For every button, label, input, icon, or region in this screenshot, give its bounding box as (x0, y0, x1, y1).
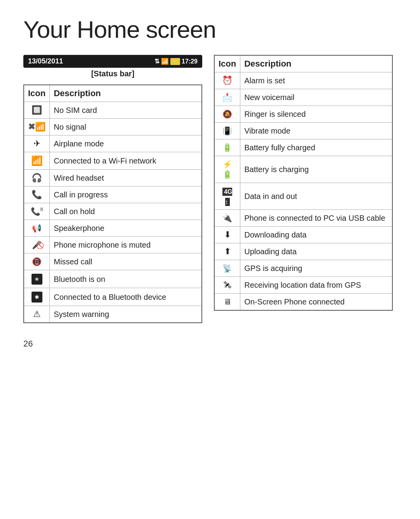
left-desc-cell: Speakerphone (50, 220, 202, 237)
signal-icon: ⇅ (154, 58, 159, 65)
left-icon-cell: 📶 (24, 152, 50, 170)
right-desc-cell: Uploading data (240, 243, 392, 260)
status-bar-label: [Status bar] (23, 69, 202, 78)
left-desc-cell: Call on hold (50, 203, 202, 220)
right-icon-cell: 4G↕ (214, 183, 240, 210)
left-column: 13/05/2011 ⇅ 📶 ⚡ 17:29 [Status bar] Icon… (23, 55, 202, 323)
right-desc-cell: Alarm is set (240, 72, 392, 89)
right-column: Icon Description ⏰ Alarm is set 📩 New vo… (214, 55, 393, 311)
right-desc-cell: Vibrate mode (240, 123, 392, 139)
left-table-row: 📞 Call in progress (24, 186, 202, 203)
left-table-row: 🎤⃠ Phone microphone is muted (24, 237, 202, 253)
right-desc-cell: Battery fully charged (240, 139, 392, 156)
right-desc-cell: Ringer is silenced (240, 106, 392, 123)
page-title: Your Home screen (23, 16, 397, 43)
right-icon-cell: ⬇ (214, 227, 240, 243)
right-desc-cell: GPS is acquiring (240, 260, 392, 277)
left-icon-cell: 🎤⃠ (24, 237, 50, 253)
right-desc-header: Description (240, 55, 392, 72)
left-desc-cell: No signal (50, 119, 202, 135)
left-table-row: ∗ Bluetooth is on (24, 270, 202, 288)
right-table-row: ⬇ Downloading data (214, 227, 392, 243)
right-icon-cell: 📳 (214, 123, 240, 139)
left-table: Icon Description 🔲 No SIM card ✖📶 No sig… (23, 84, 202, 323)
page-number: 26 (23, 339, 397, 349)
left-desc-cell: Missed call (50, 253, 202, 270)
left-icon-cell: 🔲 (24, 102, 50, 119)
right-desc-cell: Data in and out (240, 183, 392, 210)
status-bar-mockup: 13/05/2011 ⇅ 📶 ⚡ 17:29 (23, 55, 202, 68)
right-icon-cell: 📩 (214, 89, 240, 106)
right-table-row: 🔋 Battery fully charged (214, 139, 392, 156)
status-time: 17:29 (182, 58, 198, 65)
right-table-header: Icon Description (214, 55, 392, 72)
bars-icon: 📶 (161, 58, 169, 65)
left-table-row: 🔲 No SIM card (24, 102, 202, 119)
left-icon-cell: ∗ (24, 270, 50, 288)
left-icon-cell: ✱ (24, 288, 50, 306)
status-bar-right: ⇅ 📶 ⚡ 17:29 (154, 58, 198, 65)
right-icon-cell: 🔌 (214, 210, 240, 227)
left-icon-cell: ✈ (24, 135, 50, 152)
left-desc-cell: No SIM card (50, 102, 202, 119)
left-table-row: ✈ Airplane mode (24, 135, 202, 152)
right-table-row: 🛰 Receiving location data from GPS (214, 277, 392, 294)
right-icon-cell: ⚡🔋 (214, 156, 240, 183)
right-table-row: 🖥 On-Screen Phone connected (214, 294, 392, 311)
left-icon-cell: 📵 (24, 253, 50, 270)
right-table-row: 🔕 Ringer is silenced (214, 106, 392, 123)
right-table: Icon Description ⏰ Alarm is set 📩 New vo… (214, 55, 393, 311)
right-table-row: ⏰ Alarm is set (214, 72, 392, 89)
left-table-row: 📵 Missed call (24, 253, 202, 270)
left-desc-header: Description (50, 85, 202, 102)
left-desc-cell: Phone microphone is muted (50, 237, 202, 253)
left-table-row: 📢 Speakerphone (24, 220, 202, 237)
left-desc-cell: System warning (50, 306, 202, 323)
left-icon-cell: 🎧 (24, 170, 50, 186)
left-icon-cell: ⚠ (24, 306, 50, 323)
left-desc-cell: Connected to a Bluetooth device (50, 288, 202, 306)
left-icon-header: Icon (24, 85, 50, 102)
right-icon-cell: 🔋 (214, 139, 240, 156)
right-icon-header: Icon (214, 55, 240, 72)
right-icon-cell: ⏰ (214, 72, 240, 89)
right-table-row: 📡 GPS is acquiring (214, 260, 392, 277)
battery-icon: ⚡ (170, 58, 180, 65)
right-table-row: 📳 Vibrate mode (214, 123, 392, 139)
right-table-row: 🔌 Phone is connected to PC via USB cable (214, 210, 392, 227)
left-table-row: ✖📶 No signal (24, 119, 202, 135)
right-table-row: 📩 New voicemail (214, 89, 392, 106)
left-table-row: 🎧 Wired headset (24, 170, 202, 186)
content-area: 13/05/2011 ⇅ 📶 ⚡ 17:29 [Status bar] Icon… (23, 55, 397, 323)
right-desc-cell: Battery is charging (240, 156, 392, 183)
left-desc-cell: Airplane mode (50, 135, 202, 152)
left-icon-cell: ✖📶 (24, 119, 50, 135)
left-icon-cell: 📞 (24, 186, 50, 203)
left-icon-cell: 📢 (24, 220, 50, 237)
right-icon-cell: 🛰 (214, 277, 240, 294)
left-desc-cell: Wired headset (50, 170, 202, 186)
right-icon-cell: 🖥 (214, 294, 240, 311)
right-table-row: 4G↕ Data in and out (214, 183, 392, 210)
status-date: 13/05/2011 (28, 57, 63, 65)
right-desc-cell: New voicemail (240, 89, 392, 106)
right-icon-cell: 🔕 (214, 106, 240, 123)
right-icon-cell: ⬆ (214, 243, 240, 260)
left-desc-cell: Connected to a Wi-Fi network (50, 152, 202, 170)
left-table-row: 📞II Call on hold (24, 203, 202, 220)
right-desc-cell: Downloading data (240, 227, 392, 243)
left-table-header: Icon Description (24, 85, 202, 102)
right-desc-cell: Phone is connected to PC via USB cable (240, 210, 392, 227)
left-desc-cell: Bluetooth is on (50, 270, 202, 288)
right-table-row: ⚡🔋 Battery is charging (214, 156, 392, 183)
right-icon-cell: 📡 (214, 260, 240, 277)
left-icon-cell: 📞II (24, 203, 50, 220)
left-table-row: 📶 Connected to a Wi-Fi network (24, 152, 202, 170)
left-table-row: ⚠ System warning (24, 306, 202, 323)
right-table-row: ⬆ Uploading data (214, 243, 392, 260)
left-table-row: ✱ Connected to a Bluetooth device (24, 288, 202, 306)
right-desc-cell: On-Screen Phone connected (240, 294, 392, 311)
right-desc-cell: Receiving location data from GPS (240, 277, 392, 294)
left-desc-cell: Call in progress (50, 186, 202, 203)
